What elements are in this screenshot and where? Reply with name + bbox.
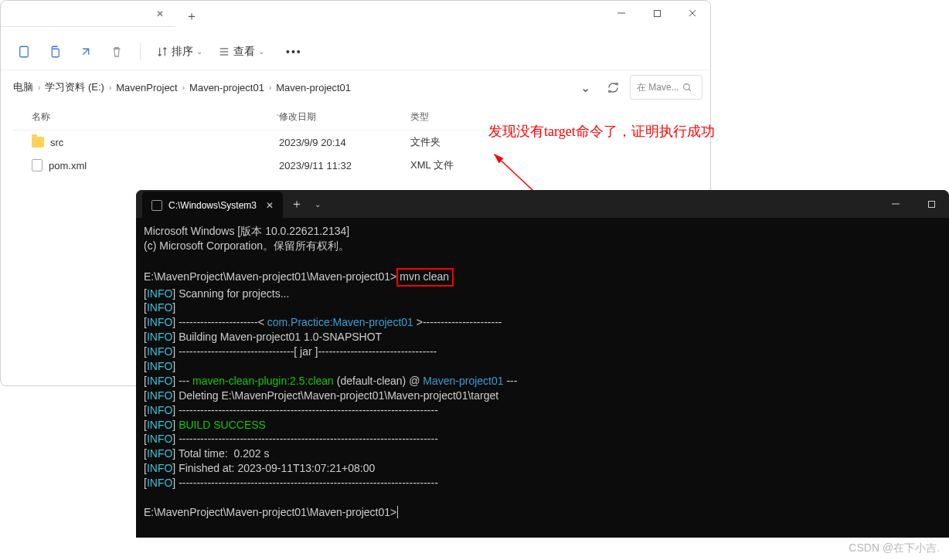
explorer-tab[interactable]: ✕	[1, 1, 175, 27]
more-button[interactable]: •••	[281, 42, 307, 61]
maximize-button[interactable]	[639, 1, 675, 25]
new-tab-button[interactable]: ＋	[284, 193, 309, 215]
cursor	[397, 506, 398, 518]
term-prompt: E:\MavenProject\Maven-project01\Maven-pr…	[144, 270, 396, 283]
terminal-titlebar: C:\Windows\System3 ✕ ＋ ⌄	[136, 190, 949, 218]
address-bar-row: 电脑› 学习资料 (E:)› MavenProject› Maven-proje…	[1, 70, 710, 104]
search-input[interactable]: 在 Mave...	[630, 75, 702, 100]
terminal-tab-title: C:\Windows\System3	[168, 200, 257, 211]
bc-4[interactable]: Maven-project01	[276, 82, 351, 93]
sort-label: 排序	[172, 45, 193, 59]
bc-3[interactable]: Maven-project01	[189, 82, 264, 93]
window-controls	[604, 1, 710, 25]
file-list: 名称ˆ 修改日期 类型 src 2023/9/9 20:14 文件夹 pom.x…	[1, 104, 710, 177]
chevron-right-icon: ›	[109, 83, 111, 92]
chevron-right-icon: ›	[269, 83, 271, 92]
svg-rect-5	[52, 49, 59, 57]
table-row[interactable]: pom.xml 2023/9/11 11:32 XML 文件	[13, 154, 698, 177]
chevron-down-icon[interactable]: ⌄	[574, 76, 596, 98]
file-type: XML 文件	[410, 158, 542, 172]
watermark: CSDN @在下小吉.	[849, 541, 940, 555]
file-icon	[32, 159, 43, 171]
breadcrumb[interactable]: 电脑› 学习资料 (E:)› MavenProject› Maven-proje…	[9, 75, 566, 100]
explorer-titlebar: ✕ ＋	[1, 1, 710, 33]
copy-icon[interactable]	[43, 39, 67, 64]
file-name: pom.xml	[49, 160, 87, 171]
term-prompt: E:\MavenProject\Maven-project01\Maven-pr…	[144, 506, 396, 518]
col-date[interactable]: 修改日期	[279, 110, 410, 124]
bc-0[interactable]: 电脑	[13, 80, 33, 94]
terminal-body[interactable]: Microsoft Windows [版本 10.0.22621.2134] (…	[136, 218, 949, 526]
bc-2[interactable]: MavenProject	[116, 82, 177, 93]
view-label: 查看	[233, 45, 255, 59]
refresh-icon[interactable]	[602, 76, 624, 98]
sort-button[interactable]: 排序 ⌄	[151, 42, 207, 62]
term-line: Microsoft Windows [版本 10.0.22621.2134]	[144, 225, 349, 237]
separator	[140, 43, 141, 60]
explorer-toolbar: 排序 ⌄ 查看 ⌄ •••	[1, 33, 710, 70]
ellipsis-icon: •••	[286, 46, 302, 58]
terminal-tabs: C:\Windows\System3 ✕ ＋ ⌄	[136, 190, 326, 219]
chevron-right-icon: ›	[182, 83, 185, 92]
close-icon[interactable]: ✕	[266, 200, 274, 211]
col-name[interactable]: 名称ˆ	[32, 110, 279, 124]
close-button[interactable]	[675, 1, 710, 25]
bc-1[interactable]: 学习资料 (E:)	[45, 80, 104, 94]
explorer-tabs: ✕ ＋	[1, 1, 202, 27]
minimize-button[interactable]	[878, 192, 913, 216]
minimize-button[interactable]	[604, 1, 639, 25]
svg-rect-4	[20, 46, 29, 57]
build-success: BUILD SUCCESS	[179, 419, 266, 431]
terminal-tab[interactable]: C:\Windows\System3 ✕	[142, 192, 283, 219]
chevron-down-icon: ⌄	[258, 47, 264, 56]
cmd-icon	[151, 200, 162, 211]
terminal-window-controls	[878, 192, 949, 216]
svg-point-9	[683, 83, 689, 90]
file-name: src	[50, 137, 63, 148]
chevron-right-icon: ›	[38, 83, 40, 92]
delete-icon[interactable]	[104, 39, 129, 64]
new-tab-button[interactable]: ＋	[181, 5, 202, 27]
annotation-text: 发现没有target命令了，证明执行成功	[488, 122, 715, 141]
svg-rect-13	[928, 201, 934, 207]
search-placeholder: 在 Mave...	[637, 81, 679, 94]
svg-line-10	[689, 89, 691, 91]
paste-icon[interactable]	[73, 39, 98, 64]
file-date: 2023/9/9 20:14	[279, 137, 410, 148]
file-date: 2023/9/11 11:32	[279, 160, 410, 171]
close-icon[interactable]: ✕	[156, 8, 167, 19]
search-icon	[682, 83, 692, 93]
address-actions: ⌄ 在 Mave...	[574, 75, 702, 100]
view-button[interactable]: 查看 ⌄	[213, 42, 269, 62]
chevron-down-icon: ⌄	[196, 47, 202, 56]
info-tag: INFO	[147, 287, 172, 300]
svg-rect-1	[654, 10, 660, 16]
cut-icon[interactable]	[12, 39, 36, 64]
term-line: (c) Microsoft Corporation。保留所有权利。	[144, 239, 349, 252]
highlighted-command: mvn clean	[396, 268, 454, 287]
maximize-button[interactable]	[913, 192, 949, 216]
folder-icon	[32, 137, 44, 148]
terminal-window: C:\Windows\System3 ✕ ＋ ⌄ Microsoft Windo…	[136, 190, 949, 538]
chevron-down-icon[interactable]: ⌄	[309, 193, 326, 215]
